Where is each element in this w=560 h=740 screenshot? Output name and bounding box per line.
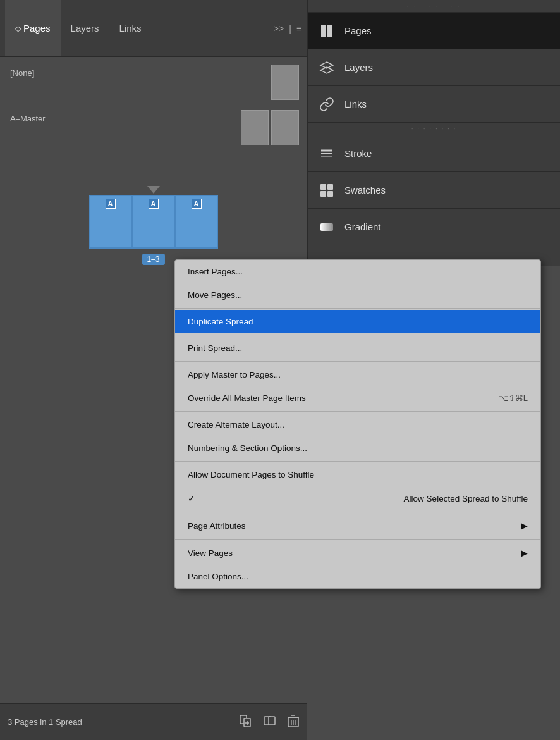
- ctx-move-pages[interactable]: Move Pages...: [175, 283, 540, 307]
- ctx-divider-6: [175, 512, 540, 512]
- right-panel-layers[interactable]: Layers: [308, 49, 560, 86]
- page-1[interactable]: A: [89, 195, 132, 249]
- gradient-panel-icon: [318, 219, 336, 235]
- spread-pages[interactable]: A A A 1–3: [89, 195, 218, 249]
- master-thumbnails: [241, 110, 299, 145]
- ctx-numbering[interactable]: Numbering & Section Options...: [175, 436, 540, 460]
- ctx-page-attributes-arrow: ▶: [521, 521, 528, 531]
- ctx-create-alternate[interactable]: Create Alternate Layout...: [175, 413, 540, 436]
- tab-pages[interactable]: ◇ Pages: [5, 0, 61, 56]
- divider: |: [289, 23, 291, 34]
- right-panel-grip-top: · · · · · · · ·: [308, 0, 560, 13]
- right-panel-stroke-label: Stroke: [344, 148, 372, 159]
- context-menu: Insert Pages... Move Pages... Duplicate …: [174, 259, 541, 589]
- right-panel-gradient-label: Gradient: [344, 221, 381, 232]
- page-2-letter: A: [149, 199, 159, 209]
- right-panel: · · · · · · · · Pages Layers Lin: [307, 0, 560, 266]
- bottom-bar: 3 Pages in 1 Spread: [0, 703, 307, 740]
- grip-dots-mid: · · · · · · · ·: [411, 125, 457, 132]
- layers-panel-icon: [318, 60, 336, 75]
- pages-panel-icon: [318, 23, 336, 39]
- pages-icon: ◇: [15, 24, 21, 33]
- ctx-divider-4: [175, 411, 540, 412]
- master-thumb-left: [241, 110, 269, 145]
- right-panel-stroke[interactable]: Stroke: [308, 135, 560, 172]
- right-panel-divider: · · · · · · · ·: [308, 123, 560, 135]
- tab-pages-label: Pages: [23, 23, 51, 34]
- ctx-divider-3: [175, 361, 540, 362]
- none-label: [None]: [8, 63, 37, 80]
- ctx-numbering-label: Numbering & Section Options...: [188, 443, 307, 453]
- svg-rect-20: [327, 184, 333, 190]
- ctx-allow-shuffle[interactable]: Allow Document Pages to Shuffle: [175, 463, 540, 486]
- tab-layers-label: Layers: [71, 23, 99, 34]
- svg-rect-5: [269, 717, 275, 725]
- spread-area: A A A 1–3: [0, 186, 307, 249]
- ctx-create-alternate-label: Create Alternate Layout...: [188, 420, 284, 429]
- ctx-override-master[interactable]: Override All Master Page Items ⌥⇧⌘L: [175, 386, 540, 410]
- page-1-letter: A: [106, 199, 116, 209]
- tab-bar: ◇ Pages Layers Links >> | ≡: [0, 0, 307, 57]
- none-thumbnail: [271, 65, 299, 100]
- ctx-duplicate-spread[interactable]: Duplicate Spread: [175, 310, 540, 333]
- ctx-move-pages-label: Move Pages...: [188, 290, 242, 300]
- ctx-divider-5: [175, 461, 540, 462]
- tab-actions: >> | ≡: [274, 23, 301, 34]
- ctx-print-spread[interactable]: Print Spread...: [175, 336, 540, 360]
- svg-rect-23: [320, 223, 333, 231]
- ctx-view-pages-arrow: ▶: [521, 548, 528, 558]
- page-3-letter: A: [192, 199, 202, 209]
- svg-rect-12: [321, 25, 326, 37]
- ctx-panel-options[interactable]: Panel Options...: [175, 565, 540, 588]
- grip-dots-top: · · · · · · · ·: [406, 3, 461, 9]
- ctx-page-attributes-label: Page Attributes: [188, 521, 246, 531]
- links-panel-icon: [318, 97, 336, 112]
- ctx-apply-master[interactable]: Apply Master to Pages...: [175, 363, 540, 386]
- none-row: [None]: [0, 57, 307, 105]
- forward-icon[interactable]: >>: [274, 23, 284, 34]
- ctx-override-master-label: Override All Master Page Items: [188, 393, 306, 403]
- ctx-checkmark: ✓: [188, 493, 195, 503]
- right-panel-links-label: Links: [344, 99, 367, 109]
- master-label: A–Master: [8, 109, 48, 126]
- ctx-view-pages[interactable]: View Pages ▶: [175, 541, 540, 565]
- delete-page-icon[interactable]: [287, 714, 300, 731]
- menu-icon[interactable]: ≡: [296, 23, 301, 34]
- ctx-view-pages-label: View Pages: [188, 548, 233, 558]
- stroke-panel-icon: [318, 146, 336, 161]
- svg-rect-13: [327, 25, 332, 37]
- ctx-page-attributes[interactable]: Page Attributes ▶: [175, 514, 540, 538]
- right-panel-layers-label: Layers: [344, 62, 373, 73]
- tab-links-label: Links: [119, 23, 142, 34]
- right-panel-swatches[interactable]: Swatches: [308, 172, 560, 209]
- tab-links[interactable]: Links: [109, 0, 152, 56]
- ctx-override-master-shortcut: ⌥⇧⌘L: [499, 393, 528, 403]
- ctx-print-spread-label: Print Spread...: [188, 343, 242, 353]
- right-panel-pages-label: Pages: [344, 25, 372, 36]
- right-panel-swatches-label: Swatches: [344, 185, 386, 195]
- svg-rect-22: [327, 191, 333, 197]
- move-page-icon[interactable]: [263, 714, 277, 731]
- master-thumb-right: [271, 110, 299, 145]
- ctx-allow-spread-shuffle[interactable]: ✓ Allow Selected Spread to Shuffle: [175, 486, 540, 510]
- ctx-allow-spread-shuffle-label: Allow Selected Spread to Shuffle: [404, 494, 528, 503]
- swatches-panel-icon: [318, 183, 336, 198]
- svg-rect-21: [320, 191, 326, 197]
- spread-indicator: [147, 186, 160, 194]
- svg-rect-19: [320, 184, 326, 190]
- page-2[interactable]: A: [132, 195, 175, 249]
- ctx-divider-7: [175, 539, 540, 540]
- new-page-icon[interactable]: [239, 714, 253, 731]
- ctx-divider-2: [175, 335, 540, 335]
- ctx-insert-pages-label: Insert Pages...: [188, 267, 243, 276]
- page-3[interactable]: A: [175, 195, 218, 249]
- right-panel-pages[interactable]: Pages: [308, 13, 560, 49]
- spread-label-badge: 1–3: [142, 254, 164, 265]
- right-panel-links[interactable]: Links: [308, 86, 560, 123]
- bottom-bar-icons: [239, 714, 300, 731]
- ctx-insert-pages[interactable]: Insert Pages...: [175, 260, 540, 283]
- ctx-allow-shuffle-label: Allow Document Pages to Shuffle: [188, 470, 314, 479]
- right-panel-gradient[interactable]: Gradient: [308, 209, 560, 245]
- tab-layers[interactable]: Layers: [61, 0, 109, 56]
- ctx-divider-1: [175, 308, 540, 309]
